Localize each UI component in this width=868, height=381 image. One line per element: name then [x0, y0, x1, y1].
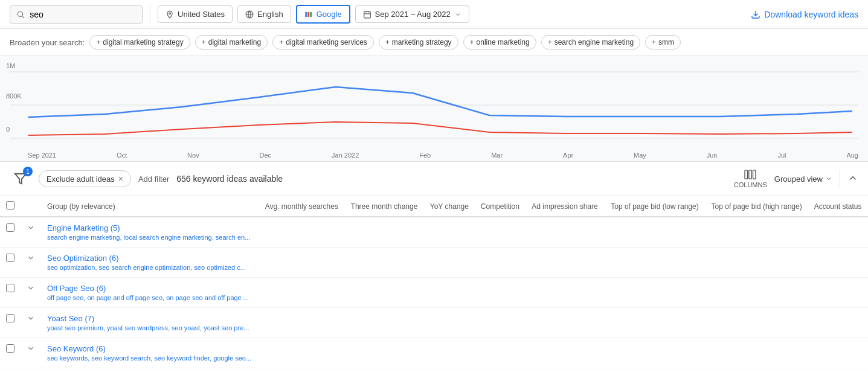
row-expand-button-0[interactable]	[27, 223, 35, 234]
row-top-bid-low-3	[604, 308, 704, 338]
row-checkbox-1[interactable]	[6, 254, 14, 262]
filter-icon-button[interactable]: 1	[10, 168, 31, 190]
row-avg-monthly-3	[259, 308, 344, 338]
row-checkbox-cell-4[interactable]	[0, 338, 21, 368]
broaden-label: Broaden your search:	[10, 38, 85, 47]
chart-svg	[10, 66, 858, 150]
plus-icon-6: +	[652, 38, 656, 46]
chart-y-label-0: 0	[6, 126, 10, 133]
row-expand-button-3[interactable]	[27, 314, 35, 324]
broaden-chip-label-1: digital marketing	[208, 38, 261, 46]
row-group-name-1[interactable]: Seo Optimization (6)	[47, 254, 252, 263]
header-avg-monthly: Avg. monthly searches	[259, 196, 344, 217]
row-group-name-4[interactable]: Seo Keyword (6)	[47, 344, 252, 353]
row-three-month-1	[344, 248, 423, 278]
header-top-bid-high: Top of page bid (high range)	[705, 196, 808, 217]
language-icon	[245, 10, 254, 19]
top-bar: United States English Google Sep 2021 – …	[0, 0, 868, 29]
row-expand-cell-3[interactable]	[21, 308, 41, 338]
broaden-chip-label-0: digital marketing strategy	[103, 38, 183, 46]
broaden-chip-5[interactable]: + search engine marketing	[541, 35, 640, 50]
row-account-status-0	[808, 217, 868, 248]
header-checkbox-cell[interactable]	[0, 196, 21, 217]
add-filter-button[interactable]: Add filter	[138, 174, 169, 184]
row-checkbox-4[interactable]	[6, 344, 14, 353]
search-input[interactable]	[30, 10, 136, 19]
chevron-down-icon	[454, 11, 461, 18]
row-expand-cell-4[interactable]	[21, 338, 41, 368]
row-yoy-2	[423, 278, 475, 308]
svg-rect-15	[745, 170, 748, 179]
table-header-row: Group (by relevance) Avg. monthly search…	[0, 196, 868, 217]
download-label: Download keyword ideas	[764, 10, 858, 19]
select-all-checkbox[interactable]	[6, 201, 14, 210]
platform-button[interactable]: Google	[296, 5, 350, 24]
broaden-chip-4[interactable]: + online marketing	[463, 35, 536, 50]
header-yoy: YoY change	[423, 196, 475, 217]
row-checkbox-3[interactable]	[6, 314, 14, 322]
row-group-name-0[interactable]: Engine Marketing (5)	[47, 223, 252, 232]
row-account-status-3	[808, 308, 868, 338]
broaden-chip-3[interactable]: + marketing strategy	[379, 35, 458, 50]
search-box[interactable]	[10, 5, 143, 24]
row-group-cell-0: Engine Marketing (5) search engine marke…	[41, 217, 259, 248]
row-top-bid-high-4	[705, 338, 808, 368]
columns-button[interactable]: COLUMNS	[734, 169, 767, 188]
grouped-view-button[interactable]: Grouped view	[774, 174, 832, 184]
row-group-cell-3: Yoast Seo (7) yoast seo premium, yoast s…	[41, 308, 259, 338]
row-group-sub-1: seo optimization, seo search engine opti…	[47, 264, 252, 271]
google-icon	[304, 10, 313, 19]
row-group-cell-2: Off Page Seo (6) off page seo, on page a…	[41, 278, 259, 308]
plus-icon-0: +	[96, 38, 100, 46]
date-range-label: Sep 2021 – Aug 2022	[375, 10, 451, 19]
row-ad-impression-1	[526, 248, 604, 278]
row-expand-cell-0[interactable]	[21, 217, 41, 248]
x-label-jun: Jun	[707, 152, 718, 159]
broaden-row: Broaden your search: + digital marketing…	[0, 29, 868, 56]
row-top-bid-low-0	[604, 217, 704, 248]
search-icon	[16, 10, 25, 19]
calendar-icon	[363, 10, 371, 19]
row-expand-cell-2[interactable]	[21, 278, 41, 308]
plus-icon-5: +	[548, 38, 552, 46]
table-row: Off Page Seo (6) off page seo, on page a…	[0, 278, 868, 308]
broaden-chip-6[interactable]: + smm	[645, 35, 681, 50]
collapse-button[interactable]	[847, 173, 858, 185]
row-expand-button-2[interactable]	[27, 284, 35, 294]
row-account-status-4	[808, 338, 868, 368]
row-checkbox-cell-1[interactable]	[0, 248, 21, 278]
row-top-bid-low-2	[604, 278, 704, 308]
x-label-jul: Jul	[777, 152, 786, 159]
columns-icon	[744, 169, 757, 180]
row-top-bid-high-2	[705, 278, 808, 308]
broaden-chip-0[interactable]: + digital marketing strategy	[89, 35, 190, 50]
svg-rect-3	[305, 11, 307, 16]
row-three-month-2	[344, 278, 423, 308]
row-checkbox-cell-0[interactable]	[0, 217, 21, 248]
broaden-chip-2[interactable]: + digital marketing services	[272, 35, 374, 50]
row-expand-button-1[interactable]	[27, 254, 35, 264]
row-checkbox-cell-3[interactable]	[0, 308, 21, 338]
row-expand-cell-1[interactable]	[21, 248, 41, 278]
location-button[interactable]: United States	[158, 5, 233, 23]
language-button[interactable]: English	[237, 5, 291, 23]
exclude-close-icon[interactable]: ×	[118, 174, 123, 184]
table-row: Yoast Seo (7) yoast seo premium, yoast s…	[0, 308, 868, 338]
row-competition-2	[475, 278, 526, 308]
columns-label: COLUMNS	[734, 181, 767, 188]
row-checkbox-2[interactable]	[6, 284, 14, 292]
row-checkbox-cell-2[interactable]	[0, 278, 21, 308]
row-expand-button-4[interactable]	[27, 344, 35, 354]
x-label-mar: Mar	[491, 152, 503, 159]
chart-area: 1M 800K 0 Sep 2021 Oct Nov Dec Jan 2022 …	[0, 56, 868, 162]
broaden-chip-1[interactable]: + digital marketing	[195, 35, 268, 50]
download-button[interactable]: Download keyword ideas	[751, 10, 858, 19]
row-top-bid-high-0	[705, 217, 808, 248]
row-three-month-4	[344, 338, 423, 368]
row-group-cell-4: Seo Keyword (6) seo keywords, seo keywor…	[41, 338, 259, 368]
row-group-name-2[interactable]: Off Page Seo (6)	[47, 284, 252, 293]
row-group-name-3[interactable]: Yoast Seo (7)	[47, 314, 252, 323]
date-range-button[interactable]: Sep 2021 – Aug 2022	[355, 5, 469, 23]
row-checkbox-0[interactable]	[6, 223, 14, 232]
exclude-adult-chip[interactable]: Exclude adult ideas ×	[39, 170, 131, 187]
